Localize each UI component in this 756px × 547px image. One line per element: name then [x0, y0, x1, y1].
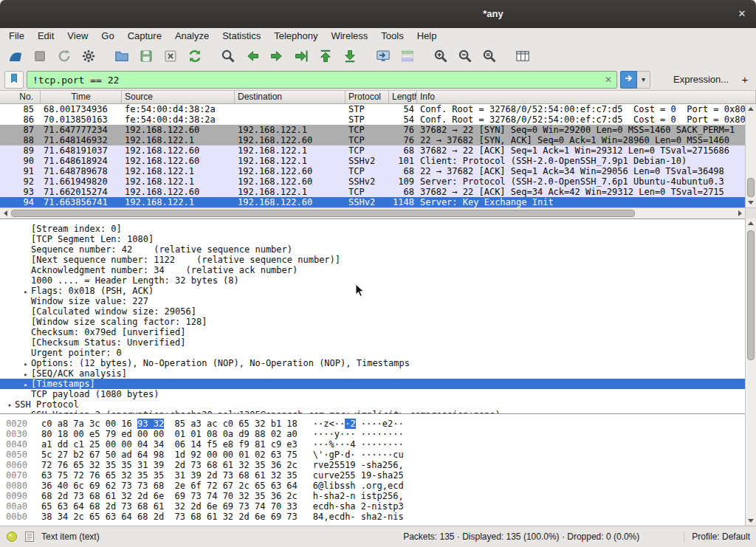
- menu-telephony[interactable]: Telephony: [267, 30, 324, 42]
- detail-line[interactable]: Sequence number: 42 (relative sequence n…: [0, 244, 745, 255]
- packet-row[interactable]: 8771.647777234192.168.122.60192.168.122.…: [0, 125, 745, 135]
- colorize-packets-button[interactable]: [396, 47, 418, 66]
- details-vscrollbar[interactable]: [745, 219, 756, 526]
- packet-row[interactable]: 8971.648191037192.168.122.60192.168.122.…: [0, 145, 745, 156]
- capture-options-button[interactable]: [78, 47, 99, 66]
- packet-row[interactable]: 8871.648146932192.168.122.1192.168.122.6…: [0, 135, 745, 145]
- detail-line[interactable]: ▸[SEQ/ACK analysis]: [0, 368, 745, 379]
- hex-row[interactable]: 003080 18 00 e5 79 ed 00 00 01 01 08 0a …: [0, 429, 745, 439]
- menu-analyze[interactable]: Analyze: [168, 30, 216, 42]
- expand-icon[interactable]: ▸: [21, 379, 31, 389]
- expand-icon[interactable]: ▸: [21, 286, 31, 296]
- column-header-protocol[interactable]: Protocol: [346, 91, 389, 103]
- menu-view[interactable]: View: [61, 30, 94, 42]
- packet-list-scroll-thumb[interactable]: [747, 178, 755, 197]
- hex-row[interactable]: 0020c0 a8 7a 3c 00 16 93 32 85 a3 ac c0 …: [0, 419, 745, 429]
- go-forward-button[interactable]: [266, 47, 287, 66]
- hscroll-thumb[interactable]: [11, 210, 635, 217]
- go-back-button[interactable]: [241, 47, 263, 66]
- detail-line[interactable]: ▸Flags: 0x018 (PSH, ACK): [0, 286, 745, 296]
- detail-line[interactable]: TCP payload (1080 bytes): [0, 389, 745, 399]
- collapse-icon[interactable]: ▾: [4, 400, 15, 410]
- detail-line[interactable]: [Calculated window size: 29056]: [0, 306, 745, 317]
- scroll-up-icon[interactable]: [746, 104, 756, 114]
- detail-line[interactable]: Window size value: 227: [0, 296, 745, 306]
- capture-comment-icon[interactable]: [24, 531, 35, 543]
- packet-row[interactable]: 9471.663856741192.168.122.1192.168.122.6…: [0, 197, 745, 207]
- column-header-destination[interactable]: Destination: [235, 91, 346, 103]
- open-file-button[interactable]: [111, 47, 132, 66]
- profile-label[interactable]: Profile: Default: [684, 531, 750, 542]
- detail-line[interactable]: [Stream index: 0]: [0, 224, 745, 234]
- details-scroll-thumb[interactable]: [747, 230, 755, 360]
- close-file-button[interactable]: [159, 47, 181, 66]
- menu-wireless[interactable]: Wireless: [324, 30, 374, 42]
- stop-capture-button[interactable]: [29, 47, 50, 66]
- go-to-packet-button[interactable]: [290, 47, 312, 66]
- expression-button[interactable]: Expression...: [669, 71, 733, 89]
- detail-line[interactable]: Checksum: 0x79ed [unverified]: [0, 327, 745, 337]
- detail-line[interactable]: 1000 .... = Header Length: 32 bytes (8): [0, 275, 745, 286]
- reload-file-button[interactable]: [184, 47, 205, 66]
- resize-columns-button[interactable]: [512, 47, 533, 66]
- zoom-in-button[interactable]: [430, 47, 451, 66]
- detail-line[interactable]: Urgent pointer: 0: [0, 348, 745, 358]
- hex-row[interactable]: 00b038 34 2c 65 63 64 68 2d 73 68 61 32 …: [0, 512, 745, 522]
- expand-icon[interactable]: ▸: [21, 359, 31, 368]
- filter-bookmark-button[interactable]: [4, 71, 24, 89]
- filter-dropdown-button[interactable]: ▾: [637, 71, 650, 89]
- packet-row[interactable]: 8568.001734936fe:54:00:d4:38:2aSTP54Conf…: [0, 104, 745, 114]
- scroll-left-icon[interactable]: [0, 208, 10, 219]
- filter-apply-button[interactable]: [620, 71, 637, 89]
- detail-line[interactable]: ▸Options: (12 bytes), No-Operation (NOP)…: [0, 358, 745, 368]
- titlebar[interactable]: *any ✕: [0, 0, 756, 28]
- close-window-button[interactable]: ✕: [735, 7, 749, 21]
- packet-row[interactable]: 8670.013850163fe:54:00:d4:38:2aSTP54Conf…: [0, 114, 745, 125]
- detail-line[interactable]: Acknowledgment number: 34 (relative ack …: [0, 265, 745, 275]
- packet-row[interactable]: 9171.648789678192.168.122.1192.168.122.6…: [0, 166, 745, 176]
- menu-capture[interactable]: Capture: [121, 30, 168, 42]
- menu-edit[interactable]: Edit: [31, 30, 61, 42]
- detail-line[interactable]: ▾SSH Protocol: [0, 399, 745, 410]
- packet-list-vscrollbar[interactable]: [745, 104, 756, 207]
- column-header-no[interactable]: No.: [0, 91, 41, 103]
- column-header-source[interactable]: Source: [122, 91, 235, 103]
- detail-line[interactable]: [Window size scaling factor: 128]: [0, 317, 745, 327]
- hex-row[interactable]: 00505c 27 b2 67 50 ad 64 98 1d 92 00 00 …: [0, 450, 745, 460]
- scroll-down-icon[interactable]: [746, 516, 756, 526]
- detail-line[interactable]: [Checksum Status: Unverified]: [0, 337, 745, 348]
- packet-list-hscrollbar[interactable]: [0, 207, 745, 219]
- column-header-info[interactable]: Info: [417, 91, 756, 103]
- save-file-button[interactable]: [135, 47, 157, 66]
- column-header-time[interactable]: Time: [41, 91, 122, 103]
- menu-go[interactable]: Go: [94, 30, 120, 42]
- expert-info-icon[interactable]: [6, 531, 18, 543]
- go-last-packet-button[interactable]: [339, 47, 360, 66]
- hex-row[interactable]: 007063 75 72 76 65 32 35 35 31 39 2d 73 …: [0, 470, 745, 481]
- hex-row[interactable]: 006072 76 65 32 35 35 31 39 2d 73 68 61 …: [0, 460, 745, 470]
- scroll-up-icon[interactable]: [746, 219, 756, 228]
- menu-file[interactable]: File: [2, 30, 31, 42]
- start-capture-button[interactable]: [4, 47, 26, 66]
- find-packet-button[interactable]: [217, 47, 238, 66]
- display-filter-input[interactable]: !tcp.port == 22 ✕: [27, 71, 617, 89]
- hex-row[interactable]: 009068 2d 73 68 61 32 2d 6e 69 73 74 70 …: [0, 491, 745, 501]
- hex-row[interactable]: 00a065 63 64 68 2d 73 68 61 32 2d 6e 69 …: [0, 501, 745, 512]
- expand-icon[interactable]: ▸: [21, 369, 31, 379]
- scroll-right-icon[interactable]: [735, 208, 745, 219]
- menu-statistics[interactable]: Statistics: [216, 30, 267, 42]
- detail-line[interactable]: [TCP Segment Len: 1080]: [0, 234, 745, 244]
- zoom-out-button[interactable]: [454, 47, 475, 66]
- auto-scroll-button[interactable]: [372, 47, 394, 66]
- go-first-packet-button[interactable]: [315, 47, 336, 66]
- add-filter-button[interactable]: +: [737, 71, 753, 89]
- column-header-length[interactable]: Length: [389, 91, 417, 103]
- hex-row[interactable]: 0040a1 dd c1 25 00 00 04 34 06 14 f5 e8 …: [0, 439, 745, 450]
- menu-help[interactable]: Help: [410, 30, 444, 42]
- hex-row[interactable]: 008036 40 6c 69 62 73 73 68 2e 6f 72 67 …: [0, 481, 745, 491]
- detail-line[interactable]: [Next sequence number: 1122 (relative se…: [0, 255, 745, 265]
- filter-clear-icon[interactable]: ✕: [605, 75, 612, 85]
- menu-tools[interactable]: Tools: [374, 30, 410, 42]
- packet-row[interactable]: 9271.661949820192.168.122.1192.168.122.6…: [0, 176, 745, 187]
- restart-capture-button[interactable]: [53, 47, 75, 66]
